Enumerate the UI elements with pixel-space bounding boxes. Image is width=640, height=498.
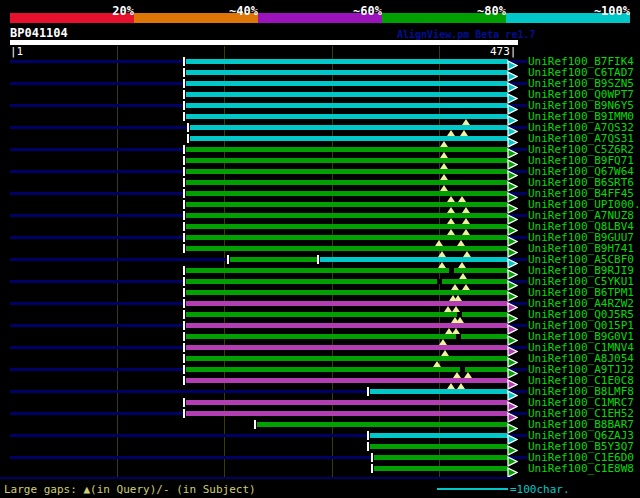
query-gap-triangle-icon bbox=[433, 361, 441, 367]
hit-label[interactable]: UniRef100_C1E8W8 bbox=[528, 463, 634, 474]
alignment-bar[interactable] bbox=[374, 466, 508, 471]
query-gap-triangle-icon bbox=[460, 130, 468, 136]
alignment-bar[interactable] bbox=[186, 70, 508, 75]
alignment-plot: UniRef100_B7FIK4UniRef100_C6TAD7UniRef10… bbox=[0, 0, 640, 498]
segment-start-tick bbox=[183, 112, 185, 121]
query-gap-triangle-icon bbox=[435, 240, 443, 246]
query-gap-triangle-icon bbox=[458, 196, 466, 202]
alignment-bar[interactable] bbox=[374, 455, 508, 460]
query-gap-triangle-icon bbox=[440, 185, 448, 191]
alignment-bar[interactable] bbox=[370, 389, 508, 394]
segment-start-tick bbox=[183, 409, 185, 418]
segment-start-tick bbox=[183, 145, 185, 154]
query-gap-triangle-icon bbox=[456, 317, 464, 323]
alignment-bar[interactable] bbox=[257, 422, 508, 427]
segment-start-tick bbox=[254, 420, 256, 429]
query-gap-triangle-icon bbox=[462, 284, 470, 290]
query-gap-triangle-icon bbox=[462, 229, 470, 235]
segment-start-tick bbox=[183, 57, 185, 66]
alignment-bar[interactable] bbox=[370, 444, 508, 449]
alignment-bar[interactable] bbox=[190, 136, 508, 141]
alignment-bar[interactable] bbox=[186, 92, 508, 97]
alignment-bar[interactable] bbox=[186, 213, 508, 218]
segment-start-tick bbox=[183, 233, 185, 242]
segment-start-tick bbox=[183, 277, 185, 286]
bar-arrowhead-icon bbox=[507, 463, 518, 482]
bottom-separator-line bbox=[0, 477, 512, 479]
segment-start-tick bbox=[227, 255, 229, 264]
segment-start-tick bbox=[183, 321, 185, 330]
segment-start-tick bbox=[183, 376, 185, 385]
scalebar-legend: =100char. bbox=[510, 483, 570, 496]
segment-start-tick bbox=[183, 200, 185, 209]
query-gap-triangle-icon bbox=[447, 207, 455, 213]
query-gap-triangle-icon bbox=[441, 350, 449, 356]
alignment-bar[interactable] bbox=[186, 114, 508, 119]
segment-start-tick bbox=[183, 398, 185, 407]
segment-start-tick bbox=[183, 211, 185, 220]
segment-start-tick bbox=[371, 464, 373, 473]
segment-start-tick bbox=[183, 156, 185, 165]
segment-start-tick bbox=[183, 101, 185, 110]
query-gap-triangle-icon bbox=[459, 273, 467, 279]
alignment-bar[interactable] bbox=[186, 169, 508, 174]
alignment-bar[interactable] bbox=[186, 59, 508, 64]
segment-start-tick bbox=[367, 442, 369, 451]
scalebar-line bbox=[437, 488, 508, 490]
alignment-bar[interactable] bbox=[186, 224, 508, 229]
query-gap-triangle-icon bbox=[462, 218, 470, 224]
alignment-bar[interactable] bbox=[186, 147, 508, 152]
alignment-bar[interactable] bbox=[186, 279, 508, 284]
segment-start-tick bbox=[183, 167, 185, 176]
query-gap-triangle-icon bbox=[463, 251, 471, 257]
query-gap-triangle-icon bbox=[457, 383, 465, 389]
alignment-bar[interactable] bbox=[230, 257, 318, 262]
alignview-screen: 20%~40%~60%~80%~100% BP041104 AlignView.… bbox=[0, 0, 640, 498]
segment-start-tick bbox=[183, 310, 185, 319]
query-gap-triangle-icon bbox=[447, 229, 455, 235]
alignment-bar[interactable] bbox=[186, 246, 508, 251]
segment-start-tick bbox=[183, 222, 185, 231]
subject-gap-mark bbox=[449, 268, 454, 273]
query-gap-triangle-icon bbox=[447, 383, 455, 389]
alignment-bar[interactable] bbox=[186, 180, 508, 185]
query-gap-triangle-icon bbox=[452, 306, 460, 312]
segment-start-tick bbox=[187, 123, 189, 132]
query-gap-triangle-icon bbox=[440, 141, 448, 147]
alignment-bar[interactable] bbox=[186, 411, 508, 416]
segment-start-tick bbox=[183, 343, 185, 352]
segment-start-tick bbox=[183, 365, 185, 374]
segment-start-tick bbox=[183, 68, 185, 77]
subject-gap-mark bbox=[437, 279, 442, 284]
alignment-bar[interactable] bbox=[186, 81, 508, 86]
segment-start-tick bbox=[183, 288, 185, 297]
segment-start-tick bbox=[187, 134, 189, 143]
alignment-bar[interactable] bbox=[186, 400, 508, 405]
query-gap-triangle-icon bbox=[454, 295, 462, 301]
segment-start-tick bbox=[183, 90, 185, 99]
query-gap-triangle-icon bbox=[453, 372, 461, 378]
query-gap-triangle-icon bbox=[452, 328, 460, 334]
query-gap-triangle-icon bbox=[438, 262, 446, 268]
segment-start-tick bbox=[183, 79, 185, 88]
alignment-bar[interactable] bbox=[186, 158, 508, 163]
alignment-bar[interactable] bbox=[370, 433, 508, 438]
query-gap-triangle-icon bbox=[447, 218, 455, 224]
query-gap-triangle-icon bbox=[451, 284, 459, 290]
alignment-bar[interactable] bbox=[186, 345, 508, 350]
alignment-bar[interactable] bbox=[186, 103, 508, 108]
gaps-legend: Large gaps: ▲(in Query)/- (in Subject) bbox=[4, 483, 256, 496]
query-gap-triangle-icon bbox=[464, 372, 472, 378]
segment-start-tick bbox=[371, 453, 373, 462]
query-gap-triangle-icon bbox=[457, 240, 465, 246]
query-gap-triangle-icon bbox=[439, 339, 447, 345]
alignment-bar[interactable] bbox=[320, 257, 508, 262]
alignment-bar[interactable] bbox=[186, 356, 508, 361]
alignment-bar[interactable] bbox=[186, 202, 508, 207]
segment-start-tick bbox=[183, 266, 185, 275]
query-gap-triangle-icon bbox=[438, 251, 446, 257]
segment-start-tick bbox=[183, 244, 185, 253]
segment-start-tick bbox=[367, 431, 369, 440]
segment-start-tick bbox=[183, 354, 185, 363]
query-gap-triangle-icon bbox=[447, 130, 455, 136]
